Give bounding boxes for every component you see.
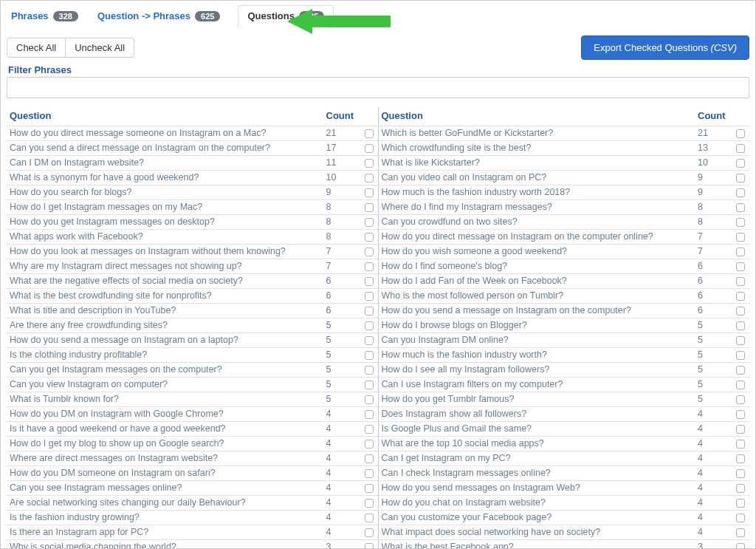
row-checkbox[interactable] xyxy=(365,159,374,168)
row-checkbox[interactable] xyxy=(365,336,374,345)
question-link[interactable]: How do you get Tumblr famous? xyxy=(382,393,698,406)
row-checkbox[interactable] xyxy=(365,543,374,550)
question-link[interactable]: Can I get Instagram on my PC? xyxy=(382,452,698,465)
question-link[interactable]: Is there an Instagram app for PC? xyxy=(10,526,326,539)
row-checkbox[interactable] xyxy=(736,543,745,550)
row-checkbox[interactable] xyxy=(365,233,374,242)
row-checkbox[interactable] xyxy=(736,174,745,183)
question-link[interactable]: Where are direct messages on Instagram w… xyxy=(10,452,326,465)
question-link[interactable]: What is the best crowdfunding site for n… xyxy=(10,290,326,302)
question-link[interactable]: How much is the fashion industry worth 2… xyxy=(382,186,698,199)
row-checkbox[interactable] xyxy=(736,381,745,389)
question-link[interactable]: What is a synonym for have a good weeken… xyxy=(10,171,326,184)
row-checkbox[interactable] xyxy=(736,528,745,537)
row-checkbox[interactable] xyxy=(365,514,374,522)
row-checkbox[interactable] xyxy=(736,469,745,478)
question-link[interactable]: Can I DM on Instagram website? xyxy=(10,157,326,169)
row-checkbox[interactable] xyxy=(736,144,745,153)
row-checkbox[interactable] xyxy=(365,410,374,419)
row-checkbox[interactable] xyxy=(365,499,374,508)
question-link[interactable]: How do you DM on Instagram with Google C… xyxy=(10,408,326,420)
row-checkbox[interactable] xyxy=(736,514,745,522)
question-link[interactable]: Is the clothing industry profitable? xyxy=(10,349,326,361)
question-link[interactable]: Is the fashion industry growing? xyxy=(10,511,326,524)
question-link[interactable]: How do I find someone's blog? xyxy=(382,260,698,273)
question-link[interactable]: What is title and description in YouTube… xyxy=(10,304,326,317)
row-checkbox[interactable] xyxy=(736,425,745,434)
question-link[interactable]: Which is better GoFundMe or Kickstarter? xyxy=(382,127,698,140)
tab-phrases[interactable]: Phrases 328 xyxy=(10,6,86,27)
question-link[interactable]: How do you DM someone on Instagram on sa… xyxy=(10,467,326,480)
row-checkbox[interactable] xyxy=(736,277,745,286)
row-checkbox[interactable] xyxy=(736,440,745,449)
row-checkbox[interactable] xyxy=(736,233,745,242)
question-link[interactable]: Who is the most followed person on Tumbl… xyxy=(382,290,698,302)
row-checkbox[interactable] xyxy=(365,307,374,316)
question-link[interactable]: How do I see all my Instagram followers? xyxy=(382,364,698,376)
question-link[interactable]: How do you send a message on Instagram o… xyxy=(10,334,326,347)
question-link[interactable]: What is like Kickstarter? xyxy=(382,157,698,169)
row-checkbox[interactable] xyxy=(365,262,374,271)
question-link[interactable]: How do you chat on Instagram website? xyxy=(382,497,698,509)
question-link[interactable]: How do you send messages on Instagram We… xyxy=(382,482,698,494)
row-checkbox[interactable] xyxy=(365,381,374,389)
question-link[interactable]: Does Instagram show all followers? xyxy=(382,408,698,420)
row-checkbox[interactable] xyxy=(736,351,745,360)
question-link[interactable]: Why is social media changing the world? xyxy=(10,541,326,549)
tab-question-phrases[interactable]: Question -> Phrases 625 xyxy=(96,6,227,27)
question-link[interactable]: What impact does social networking have … xyxy=(382,526,698,539)
question-link[interactable]: What are the negative effects of social … xyxy=(10,275,326,287)
question-link[interactable]: Can you get Instagram messages on the co… xyxy=(10,364,326,376)
question-link[interactable]: Can you video call on Instagram on PC? xyxy=(382,171,698,184)
question-link[interactable]: Can you customize your Facebook page? xyxy=(382,511,698,524)
row-checkbox[interactable] xyxy=(736,321,745,330)
question-link[interactable]: How much is the fashion industry worth? xyxy=(382,349,698,361)
row-checkbox[interactable] xyxy=(736,218,745,227)
row-checkbox[interactable] xyxy=(736,159,745,168)
tab-questions[interactable]: Questions 625 xyxy=(238,5,334,28)
question-link[interactable]: Can you send a direct message on Instagr… xyxy=(10,142,326,154)
row-checkbox[interactable] xyxy=(365,351,374,360)
row-checkbox[interactable] xyxy=(365,203,374,212)
row-checkbox[interactable] xyxy=(365,395,374,404)
question-link[interactable]: Can you see Instagram messages online? xyxy=(10,482,326,494)
row-checkbox[interactable] xyxy=(365,292,374,301)
row-checkbox[interactable] xyxy=(365,440,374,449)
question-link[interactable]: How do you direct message on Instagram o… xyxy=(382,231,698,243)
question-link[interactable]: Are there any free crowdfunding sites? xyxy=(10,319,326,332)
row-checkbox[interactable] xyxy=(736,336,745,345)
question-link[interactable]: Is it have a good weekend or have a good… xyxy=(10,423,326,435)
question-link[interactable]: How do you get Instagram messages on des… xyxy=(10,216,326,228)
row-checkbox[interactable] xyxy=(365,188,374,197)
row-checkbox[interactable] xyxy=(736,484,745,493)
row-checkbox[interactable] xyxy=(736,203,745,212)
row-checkbox[interactable] xyxy=(365,484,374,493)
row-checkbox[interactable] xyxy=(365,248,374,256)
question-link[interactable]: Is Google Plus and Gmail the same? xyxy=(382,423,698,435)
uncheck-all-button[interactable]: Uncheck All xyxy=(66,38,134,58)
row-checkbox[interactable] xyxy=(365,277,374,286)
row-checkbox[interactable] xyxy=(365,425,374,434)
row-checkbox[interactable] xyxy=(736,292,745,301)
row-checkbox[interactable] xyxy=(736,129,745,138)
row-checkbox[interactable] xyxy=(736,248,745,256)
question-link[interactable]: What are the top 10 social media apps? xyxy=(382,437,698,450)
question-link[interactable]: How do you direct message someone on Ins… xyxy=(10,127,326,140)
question-link[interactable]: What apps work with Facebook? xyxy=(10,231,326,243)
question-link[interactable]: How do you look at messages on Instagram… xyxy=(10,245,326,258)
row-checkbox[interactable] xyxy=(365,528,374,537)
row-checkbox[interactable] xyxy=(365,129,374,138)
question-link[interactable]: How do you send a message on Instagram o… xyxy=(382,304,698,317)
row-checkbox[interactable] xyxy=(736,395,745,404)
row-checkbox[interactable] xyxy=(736,262,745,271)
row-checkbox[interactable] xyxy=(736,366,745,375)
question-link[interactable]: Why are my Instagram direct messages not… xyxy=(10,260,326,273)
question-link[interactable]: Are social networking sites changing our… xyxy=(10,497,326,509)
question-link[interactable]: Can you view Instagram on computer? xyxy=(10,378,326,391)
question-link[interactable]: Which crowdfunding site is the best? xyxy=(382,142,698,154)
question-link[interactable]: Can I use Instagram filters on my comput… xyxy=(382,378,698,391)
question-link[interactable]: How do you search for blogs? xyxy=(10,186,326,199)
question-link[interactable]: What is the best Facebook app? xyxy=(382,541,698,549)
row-checkbox[interactable] xyxy=(736,410,745,419)
question-link[interactable]: How do I get Instagram messages on my Ma… xyxy=(10,201,326,214)
